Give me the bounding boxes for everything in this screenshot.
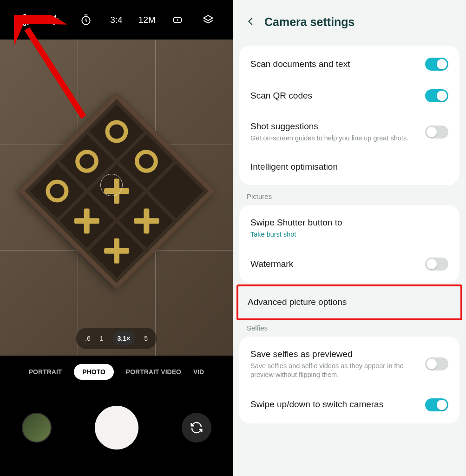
zoom-selector[interactable]: .6 1 3.1× 5 xyxy=(76,328,157,349)
row-title: Swipe up/down to switch cameras xyxy=(250,399,419,410)
toggle-save-selfies[interactable] xyxy=(425,357,448,370)
camera-settings-screen: Camera settings Scan documents and text … xyxy=(233,0,466,476)
motion-photo-icon[interactable] xyxy=(166,9,189,31)
toggle-shot-suggestions[interactable] xyxy=(425,126,448,139)
row-title: Intelligent optimisation xyxy=(250,161,448,173)
row-scan-documents[interactable]: Scan documents and text xyxy=(239,48,459,80)
row-scan-qr[interactable]: Scan QR codes xyxy=(239,80,459,112)
zoom-level[interactable]: 1 xyxy=(100,335,104,342)
section-label-pictures: Pictures xyxy=(233,188,466,202)
row-title: Advanced picture options xyxy=(248,297,451,308)
mode-video-partial[interactable]: VID xyxy=(193,368,204,376)
toggle-watermark[interactable] xyxy=(425,258,448,271)
row-title: Watermark xyxy=(250,258,419,270)
settings-group-selfies: Save selfies as previewed Save selfies a… xyxy=(239,337,459,423)
focus-indicator xyxy=(100,174,123,196)
svg-point-1 xyxy=(23,18,26,21)
settings-group-pictures: Swipe Shutter button to Take burst shot … xyxy=(239,205,459,283)
row-shot-suggestions[interactable]: Shot suggestions Get on-screen guides to… xyxy=(239,112,459,152)
flash-icon[interactable] xyxy=(44,9,66,31)
shutter-row xyxy=(0,388,233,467)
row-subtitle: Save selfies and selfie videos as they a… xyxy=(250,362,419,380)
row-intelligent-optimisation[interactable]: Intelligent optimisation xyxy=(239,152,459,182)
row-title: Scan documents and text xyxy=(250,59,419,70)
row-subtitle: Get on-screen guides to help you line up… xyxy=(250,134,419,143)
mode-portrait[interactable]: PORTRAIT xyxy=(29,368,62,376)
row-watermark[interactable]: Watermark xyxy=(239,248,459,280)
highlight-advanced-picture: Advanced picture options xyxy=(236,284,462,320)
chevron-left-icon xyxy=(246,16,256,26)
row-title: Shot suggestions xyxy=(250,121,419,132)
resolution-button[interactable]: 12M xyxy=(136,9,158,31)
mode-photo[interactable]: PHOTO xyxy=(74,364,114,380)
settings-group-general: Scan documents and text Scan QR codes Sh… xyxy=(239,46,459,185)
filters-icon[interactable] xyxy=(197,9,219,31)
timer-icon[interactable] xyxy=(75,9,97,31)
zoom-level-active[interactable]: 3.1× xyxy=(113,331,135,345)
back-button[interactable] xyxy=(246,16,256,28)
row-swipe-shutter[interactable]: Swipe Shutter button to Take burst shot xyxy=(239,208,459,248)
toggle-scan-documents[interactable] xyxy=(425,58,448,71)
row-title: Save selfies as previewed xyxy=(250,349,419,360)
camera-app: 3:4 12M .6 1 3.1× 5 PORTRAIT PHOTO PORTR… xyxy=(0,0,233,476)
row-advanced-picture-options[interactable]: Advanced picture options xyxy=(238,286,460,318)
camera-mode-selector[interactable]: PORTRAIT PHOTO PORTRAIT VIDEO VID xyxy=(0,356,233,388)
svg-marker-5 xyxy=(177,19,178,20)
row-title: Swipe Shutter button to xyxy=(250,217,448,229)
shutter-button[interactable] xyxy=(95,406,138,450)
mode-portrait-video[interactable]: PORTRAIT VIDEO xyxy=(126,368,181,376)
zoom-level[interactable]: .6 xyxy=(85,335,91,342)
toggle-scan-qr[interactable] xyxy=(425,89,448,102)
gallery-thumbnail[interactable] xyxy=(22,413,52,443)
switch-camera-button[interactable] xyxy=(182,413,211,443)
row-subtitle: Take burst shot xyxy=(250,230,448,239)
section-label-selfies: Selfies xyxy=(233,319,466,334)
settings-header: Camera settings xyxy=(233,0,466,43)
toggle-swipe-switch[interactable] xyxy=(425,398,448,411)
row-swipe-switch-cameras[interactable]: Swipe up/down to switch cameras xyxy=(239,389,459,421)
page-title: Camera settings xyxy=(264,15,355,29)
zoom-level[interactable]: 5 xyxy=(144,335,148,342)
camera-top-toolbar: 3:4 12M xyxy=(0,0,233,40)
row-save-selfies[interactable]: Save selfies as previewed Save selfies a… xyxy=(239,339,459,389)
camera-viewfinder[interactable]: .6 1 3.1× 5 xyxy=(0,40,233,356)
gear-icon[interactable] xyxy=(13,9,36,31)
row-title: Scan QR codes xyxy=(250,90,419,102)
aspect-ratio-button[interactable]: 3:4 xyxy=(105,9,127,31)
switch-camera-icon xyxy=(190,421,203,435)
